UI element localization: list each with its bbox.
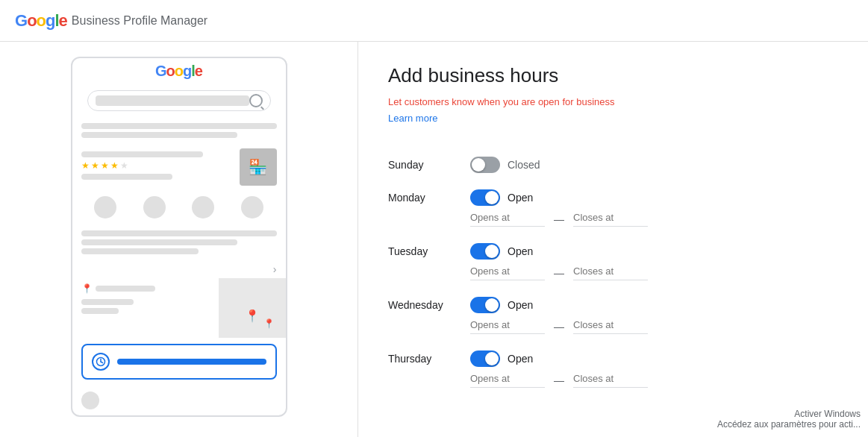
hours-inputs-wednesday: — bbox=[470, 316, 838, 334]
app-title: Business Profile Manager bbox=[72, 14, 207, 28]
day-header-monday: MondayOpen bbox=[388, 189, 838, 206]
clock-icon bbox=[92, 353, 110, 371]
toggle-thumb bbox=[485, 298, 499, 312]
learn-more-link[interactable]: Learn more bbox=[388, 113, 437, 124]
phone-middle-lines bbox=[72, 224, 286, 260]
phone-content-lines bbox=[72, 117, 286, 144]
closes-at-input-thursday[interactable] bbox=[573, 370, 648, 388]
windows-activation-notice: Activer Windows Accédez aux paramètres p… bbox=[717, 409, 861, 430]
phone-search-input-mock bbox=[87, 90, 271, 111]
hours-card[interactable] bbox=[81, 344, 277, 380]
phone-search-bar bbox=[72, 83, 286, 117]
time-separator: — bbox=[554, 213, 564, 225]
day-name-label: Tuesday bbox=[388, 245, 470, 257]
map-detail-line-1 bbox=[81, 299, 134, 305]
star-5: ★ bbox=[120, 160, 128, 171]
star-4: ★ bbox=[110, 160, 119, 171]
directions-icon-circle bbox=[143, 196, 166, 218]
day-name-label: Sunday bbox=[388, 159, 470, 171]
stars-row: ★ ★ ★ ★ ★ bbox=[81, 160, 234, 171]
opens-at-input-thursday[interactable] bbox=[470, 370, 545, 388]
day-name-label: Wednesday bbox=[388, 299, 470, 311]
day-header-sunday: SundayClosed bbox=[388, 157, 838, 173]
bottom-icon-1 bbox=[81, 392, 99, 409]
page-title: Add business hours bbox=[388, 64, 838, 87]
toggle-sunday[interactable] bbox=[470, 157, 500, 173]
time-separator: — bbox=[554, 321, 564, 333]
closes-at-input-wednesday[interactable] bbox=[573, 316, 648, 334]
day-name-label: Monday bbox=[388, 192, 470, 204]
toggle-container-wednesday: Open bbox=[470, 297, 533, 313]
main-content: Google bbox=[0, 42, 868, 437]
day-row-thursday: ThursdayOpen— bbox=[388, 350, 838, 388]
phone-bottom-icons bbox=[81, 389, 277, 412]
toggle-container-sunday: Closed bbox=[470, 157, 540, 173]
mid-line-2 bbox=[81, 239, 238, 245]
windows-notice-line2: Accédez aux paramètres pour acti... bbox=[717, 419, 861, 430]
day-header-tuesday: TuesdayOpen bbox=[388, 243, 838, 260]
toggle-container-thursday: Open bbox=[470, 350, 533, 367]
opens-at-input-tuesday[interactable] bbox=[470, 262, 545, 280]
form-subtitle: Let customers know when you are open for… bbox=[388, 96, 838, 107]
globe-icon-circle bbox=[241, 196, 263, 218]
phone-business-card: ★ ★ ★ ★ ★ 🏪 bbox=[72, 144, 286, 190]
star-2: ★ bbox=[91, 160, 99, 171]
phone-map-left-info: 📍 bbox=[72, 278, 219, 338]
opens-at-input-monday[interactable] bbox=[470, 209, 545, 227]
phone-map-area: 📍 📍 📍 bbox=[72, 278, 286, 338]
toggle-wednesday[interactable] bbox=[470, 297, 500, 313]
hours-inputs-monday: — bbox=[470, 209, 838, 227]
clock-svg bbox=[96, 356, 106, 367]
hours-card-content-line bbox=[117, 359, 266, 365]
search-bar-line bbox=[96, 95, 249, 106]
day-row-wednesday: WednesdayOpen— bbox=[388, 297, 838, 334]
phone-bottom bbox=[72, 386, 286, 415]
phone-mockup: Google bbox=[71, 57, 287, 417]
business-image: 🏪 bbox=[240, 148, 277, 186]
content-line-1 bbox=[81, 123, 277, 129]
status-label-sunday: Closed bbox=[508, 159, 540, 171]
windows-notice-line1: Activer Windows bbox=[717, 409, 861, 419]
content-line-2 bbox=[81, 132, 238, 138]
business-info: ★ ★ ★ ★ ★ bbox=[81, 148, 234, 186]
mid-line-1 bbox=[81, 230, 277, 236]
hours-inputs-tuesday: — bbox=[470, 262, 838, 280]
star-3: ★ bbox=[101, 160, 109, 171]
toggle-container-tuesday: Open bbox=[470, 243, 533, 260]
toggle-thursday[interactable] bbox=[470, 350, 500, 367]
toggle-thumb bbox=[485, 245, 499, 258]
phone-screen: Google bbox=[72, 58, 286, 415]
day-row-sunday: SundayClosed bbox=[388, 157, 838, 173]
status-label-thursday: Open bbox=[508, 353, 533, 365]
toggle-tuesday[interactable] bbox=[470, 243, 500, 260]
closes-at-input-monday[interactable] bbox=[573, 209, 648, 227]
day-row-monday: MondayOpen— bbox=[388, 189, 838, 227]
google-logo-text: Google bbox=[15, 11, 67, 31]
hours-inputs-thursday: — bbox=[470, 370, 838, 388]
address-line bbox=[96, 286, 155, 292]
map-thumbnail: 📍 📍 bbox=[219, 278, 286, 338]
opens-at-input-wednesday[interactable] bbox=[470, 316, 545, 334]
status-label-wednesday: Open bbox=[508, 299, 533, 311]
business-detail-line bbox=[81, 174, 172, 180]
time-separator: — bbox=[554, 374, 564, 386]
chevron-right-icon: › bbox=[273, 263, 277, 275]
star-1: ★ bbox=[81, 160, 90, 171]
toggle-monday[interactable] bbox=[470, 189, 500, 206]
closes-at-input-tuesday[interactable] bbox=[573, 262, 648, 280]
search-icon bbox=[249, 94, 263, 107]
left-panel: Google bbox=[0, 42, 358, 437]
toggle-thumb bbox=[472, 158, 485, 172]
phone-action-icons bbox=[72, 190, 286, 224]
day-header-thursday: ThursdayOpen bbox=[388, 350, 838, 367]
mid-line-3 bbox=[81, 248, 199, 254]
time-separator: — bbox=[554, 267, 564, 279]
day-row-tuesday: TuesdayOpen— bbox=[388, 243, 838, 280]
status-label-tuesday: Open bbox=[508, 245, 533, 257]
business-name-line bbox=[81, 151, 203, 157]
store-icon: 🏪 bbox=[249, 158, 267, 176]
map-pin-icon: 📍 bbox=[245, 309, 260, 323]
app-header: Google Business Profile Manager bbox=[0, 0, 868, 42]
toggle-container-monday: Open bbox=[470, 189, 533, 206]
save-icon-circle bbox=[192, 196, 214, 218]
